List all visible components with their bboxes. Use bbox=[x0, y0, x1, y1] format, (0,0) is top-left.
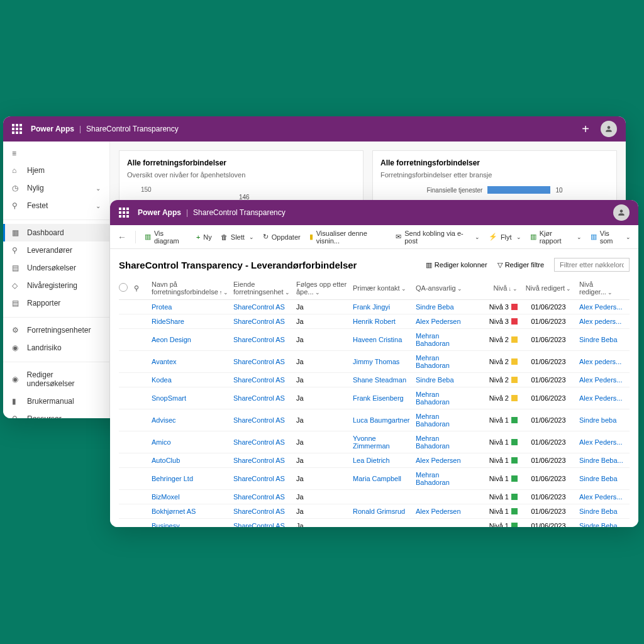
supplier-link[interactable]: RideShare bbox=[152, 318, 184, 325]
add-button[interactable]: + bbox=[582, 122, 589, 136]
qa-link[interactable]: Mehran Bahadoran bbox=[416, 471, 450, 486]
editor-link[interactable]: Alex peders... bbox=[579, 318, 621, 325]
app-launcher-icon[interactable] bbox=[119, 208, 129, 218]
qa-link[interactable]: Mehran Bahadoran bbox=[416, 391, 450, 406]
col-contact[interactable]: Primær kontakt⌄ bbox=[350, 284, 413, 292]
table-row[interactable]: Kodea ShareControl AS Ja Shane Steadman … bbox=[119, 373, 630, 387]
supplier-link[interactable]: Behringer Ltd bbox=[152, 475, 193, 482]
qa-link[interactable]: Mehran Bahadoran bbox=[416, 413, 450, 428]
editor-link[interactable]: Sindre Beba bbox=[579, 336, 618, 343]
run-report-button[interactable]: ▥Kjør rapport⌄ bbox=[530, 230, 582, 245]
nav-item-rapporter[interactable]: ▤Rapporter bbox=[3, 294, 109, 312]
new-button[interactable]: +Ny bbox=[196, 233, 212, 241]
contact-link[interactable]: Luca Baumgartner bbox=[353, 416, 410, 424]
delete-button[interactable]: 🗑Slett⌄ bbox=[221, 233, 254, 241]
contact-link[interactable]: Jimmy Thomas bbox=[353, 358, 399, 365]
nav-item-nylig[interactable]: ◷Nylig⌄ bbox=[3, 179, 109, 197]
nav-item-ressurser[interactable]: ⚲Ressurser bbox=[3, 410, 109, 418]
supplier-link[interactable]: Avantex bbox=[152, 358, 177, 365]
owner-link[interactable]: ShareControl AS bbox=[233, 508, 285, 515]
col-level[interactable]: Nivå↓⌄ bbox=[476, 284, 520, 292]
owner-link[interactable]: ShareControl AS bbox=[233, 457, 285, 464]
contact-link[interactable]: Lea Dietrich bbox=[353, 457, 390, 464]
table-row[interactable]: Aeon Design ShareControl AS Ja Haveen Cr… bbox=[119, 329, 630, 351]
nav-item-brukermanual[interactable]: ▮Brukermanual bbox=[3, 392, 109, 410]
owner-link[interactable]: ShareControl AS bbox=[233, 358, 285, 365]
qa-link[interactable]: Mehran Bahadoran bbox=[416, 435, 450, 450]
supplier-link[interactable]: AutoClub bbox=[152, 457, 180, 464]
nav-item-hjem[interactable]: ⌂Hjem bbox=[3, 162, 109, 179]
nav-item-rediger-unders-kelser[interactable]: ◉Rediger undersøkelser bbox=[3, 366, 109, 392]
col-name[interactable]: Navn på forretningsforbindelse↑⌄ bbox=[149, 280, 231, 296]
table-row[interactable]: RideShare ShareControl AS Ja Henrik Robe… bbox=[119, 314, 630, 329]
app-launcher-icon[interactable] bbox=[12, 124, 22, 134]
select-all-checkbox[interactable] bbox=[119, 283, 128, 292]
menu-toggle-icon[interactable]: ≡ bbox=[3, 145, 109, 162]
view-as-button[interactable]: ▥Vis som⌄ bbox=[591, 230, 631, 245]
hierarchy-icon[interactable]: ⚲ bbox=[134, 284, 149, 292]
qa-link[interactable]: Alex Pedersen bbox=[416, 318, 461, 325]
table-row[interactable]: SnopSmart ShareControl AS Ja Frank Eisen… bbox=[119, 387, 630, 409]
email-link-button[interactable]: ✉Send kobling via e-post⌄ bbox=[396, 230, 480, 245]
qa-link[interactable]: Alex Pedersen bbox=[416, 457, 461, 464]
owner-link[interactable]: ShareControl AS bbox=[233, 303, 285, 311]
owner-link[interactable]: ShareControl AS bbox=[233, 318, 285, 325]
nav-item-unders-kelser[interactable]: ▤Undersøkelser bbox=[3, 259, 109, 277]
supplier-link[interactable]: SnopSmart bbox=[152, 394, 186, 402]
col-owner[interactable]: Eiende forretningsenhet⌄ bbox=[231, 280, 294, 296]
owner-link[interactable]: ShareControl AS bbox=[233, 376, 285, 384]
col-qa[interactable]: QA-ansvarlig⌄ bbox=[413, 284, 476, 292]
table-row[interactable]: Avantex ShareControl AS Ja Jimmy Thomas … bbox=[119, 351, 630, 373]
owner-link[interactable]: ShareControl AS bbox=[233, 522, 285, 527]
qa-link[interactable]: Alex Pedersen bbox=[416, 508, 461, 515]
nav-item-forretningsenheter[interactable]: ⚙Forretningsenheter bbox=[3, 321, 109, 339]
owner-link[interactable]: ShareControl AS bbox=[233, 336, 285, 343]
editor-link[interactable]: Sindre Beba... bbox=[579, 457, 623, 464]
user-avatar[interactable] bbox=[601, 121, 617, 137]
contact-link[interactable]: Frank Eisenberg bbox=[353, 394, 404, 402]
qa-link[interactable]: Sindre Beba bbox=[416, 303, 454, 311]
owner-link[interactable]: ShareControl AS bbox=[233, 416, 285, 424]
col-date[interactable]: Nivå redigert⌄ bbox=[520, 284, 577, 292]
contact-link[interactable]: Haveen Cristina bbox=[353, 336, 402, 343]
nav-item-niv-registering[interactable]: ◇Nivåregistering bbox=[3, 277, 109, 294]
supplier-link[interactable]: Advisec bbox=[152, 416, 176, 424]
editor-link[interactable]: Sindre Beba bbox=[579, 522, 618, 527]
editor-link[interactable]: Alex Peders... bbox=[579, 438, 622, 446]
supplier-link[interactable]: Businesy bbox=[152, 522, 180, 527]
contact-link[interactable]: Henrik Robert bbox=[353, 318, 396, 325]
col-follow[interactable]: Følges opp etter åpe...⌄ bbox=[294, 280, 350, 296]
contact-link[interactable]: Shane Steadman bbox=[353, 376, 406, 384]
editor-link[interactable]: Sindre beba bbox=[579, 416, 616, 424]
keyword-filter-input[interactable] bbox=[554, 258, 630, 272]
back-button[interactable]: ← bbox=[118, 232, 126, 242]
editor-link[interactable]: Alex Peders... bbox=[579, 394, 622, 402]
qa-link[interactable]: Mehran Bahadoran bbox=[416, 354, 450, 369]
editor-link[interactable]: Sindre Beba bbox=[579, 475, 618, 482]
nav-item-landrisiko[interactable]: ◉Landrisiko bbox=[3, 339, 109, 357]
table-row[interactable]: Protea ShareControl AS Ja Frank Jingyi S… bbox=[119, 300, 630, 314]
table-row[interactable]: Advisec ShareControl AS Ja Luca Baumgart… bbox=[119, 409, 630, 431]
table-row[interactable]: Businesy ShareControl AS Ja Nivå 1 01/06… bbox=[119, 519, 630, 527]
owner-link[interactable]: ShareControl AS bbox=[233, 438, 285, 446]
owner-link[interactable]: ShareControl AS bbox=[233, 493, 285, 501]
supplier-link[interactable]: Bokhjørnet AS bbox=[152, 508, 196, 515]
editor-link[interactable]: Alex Peders... bbox=[579, 493, 622, 501]
contact-link[interactable]: Ronald Grimsrud bbox=[353, 508, 405, 515]
flow-button[interactable]: ⚡Flyt⌄ bbox=[489, 233, 521, 241]
edit-columns-button[interactable]: ▥ Rediger kolonner bbox=[426, 261, 487, 269]
editor-link[interactable]: Alex peders... bbox=[579, 358, 621, 365]
contact-link[interactable]: Maria Campbell bbox=[353, 475, 401, 482]
owner-link[interactable]: ShareControl AS bbox=[233, 394, 285, 402]
editor-link[interactable]: Alex Peders... bbox=[579, 303, 622, 311]
table-row[interactable]: Behringer Ltd ShareControl AS Ja Maria C… bbox=[119, 468, 630, 490]
nav-item-dashboard[interactable]: ▦Dashboard bbox=[3, 224, 109, 242]
contact-link[interactable]: Frank Jingyi bbox=[353, 303, 390, 311]
owner-link[interactable]: ShareControl AS bbox=[233, 475, 285, 482]
nav-item-leverand-rer[interactable]: ⚲Leverandører bbox=[3, 242, 109, 259]
table-row[interactable]: Amico ShareControl AS Ja Yvonne Zimmerma… bbox=[119, 431, 630, 453]
qa-link[interactable]: Mehran Bahadoran bbox=[416, 332, 450, 347]
contact-link[interactable]: Yvonne Zimmerman bbox=[353, 435, 390, 450]
supplier-link[interactable]: Aeon Design bbox=[152, 336, 191, 343]
nav-item-festet[interactable]: ⚲Festet⌄ bbox=[3, 197, 109, 214]
